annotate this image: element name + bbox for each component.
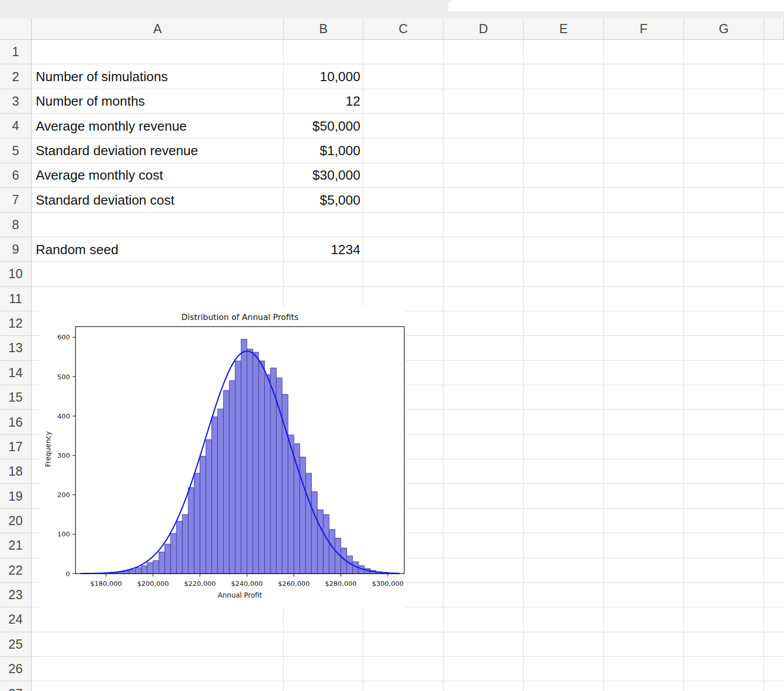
x-tick-label: $300,000 [372,580,404,587]
cell-B3[interactable]: 12 [284,89,363,114]
y-tick-label: 400 [57,412,70,420]
histogram-bar [235,361,241,574]
row-header-17[interactable]: 17 [0,435,32,459]
cell-B7[interactable]: $5,000 [284,188,363,212]
cell-B9[interactable]: 1234 [284,237,363,262]
x-tick-label: $280,000 [325,580,357,587]
histogram-bar [206,440,212,574]
row-header-16[interactable]: 16 [0,410,32,434]
histogram-bar [135,567,141,574]
histogram-bar [177,521,183,574]
gridline-vertical [603,40,604,691]
histogram-bar [182,514,188,574]
cell-A2[interactable]: Number of simulations [32,64,284,89]
column-header-A[interactable]: A [32,18,284,40]
embedded-chart[interactable]: Distribution of Annual Profits Frequency… [40,306,406,608]
histogram-bar [276,378,282,574]
row-header-23[interactable]: 23 [0,583,32,607]
histogram-bar [200,456,206,574]
top-white-panel [448,0,784,11]
histogram-bar [153,561,159,574]
column-header-partial[interactable] [764,18,784,40]
cell-B5[interactable]: $1,000 [284,138,363,163]
histogram-bar [311,491,317,574]
x-tick-label: $240,000 [231,580,263,587]
row-header-2[interactable]: 2 [0,64,32,89]
histogram-bar [264,375,271,574]
histogram-bar [130,570,135,574]
gridline-horizontal [32,656,784,657]
row-header-5[interactable]: 5 [0,138,32,163]
column-header-C[interactable]: C [363,18,444,40]
row-header-3[interactable]: 3 [0,89,32,114]
y-tick-label: 100 [57,530,70,538]
x-tick-label: $220,000 [184,580,216,587]
histogram-bar [188,488,194,574]
row-header-27[interactable]: 27 [0,681,32,691]
column-header-F[interactable]: F [604,18,684,40]
column-header-D[interactable]: D [444,18,524,40]
histogram-bar [306,473,312,574]
row-header-8[interactable]: 8 [0,213,32,237]
histogram-bar [259,361,265,574]
row-header-21[interactable]: 21 [0,533,32,558]
histogram-bar [165,544,171,574]
row-header-24[interactable]: 24 [0,607,32,632]
y-tick-label: 600 [57,333,70,341]
row-header-14[interactable]: 14 [0,361,32,385]
row-header-26[interactable]: 26 [0,657,32,681]
row-header-19[interactable]: 19 [0,484,32,508]
gridline-vertical [683,40,684,691]
row-header-20[interactable]: 20 [0,509,32,533]
row-header-10[interactable]: 10 [0,262,32,286]
y-tick-label: 500 [57,373,70,381]
histogram-bar [294,443,300,574]
chart-canvas: $180,000$200,000$220,000$240,000$260,000… [40,306,406,608]
column-header-G[interactable]: G [684,18,764,40]
histogram-bar [217,409,224,574]
row-header-15[interactable]: 15 [0,385,32,410]
row-header-12[interactable]: 12 [0,311,32,336]
cell-B4[interactable]: $50,000 [284,114,363,138]
row-header-9[interactable]: 9 [0,237,32,262]
histogram-bar [253,352,259,574]
histogram-bar [194,473,200,574]
row-header-13[interactable]: 13 [0,336,32,360]
row-header-4[interactable]: 4 [0,114,32,138]
cell-A6[interactable]: Average monthly cost [32,163,284,188]
gridline-horizontal [32,286,784,287]
select-all-corner[interactable] [0,18,32,40]
column-header-E[interactable]: E [524,18,604,40]
cell-B6[interactable]: $30,000 [284,163,363,188]
gridline-vertical [443,40,444,691]
row-header-1[interactable]: 1 [0,40,32,64]
histogram-bar [224,390,230,574]
histogram-bar [212,417,218,574]
row-header-18[interactable]: 18 [0,459,32,484]
histogram-bar [147,562,153,574]
gridline-horizontal [32,632,784,632]
cell-A9[interactable]: Random seed [32,237,284,262]
y-tick-label: 300 [57,452,70,459]
column-header-B[interactable]: B [284,18,363,40]
cell-A4[interactable]: Average monthly revenue [32,114,284,138]
gridline-vertical [523,40,524,691]
histogram-bar [288,435,294,574]
cell-A3[interactable]: Number of months [32,89,284,114]
row-header-11[interactable]: 11 [0,287,32,311]
cell-A5[interactable]: Standard deviation revenue [32,138,284,163]
cell-A7[interactable]: Standard deviation cost [32,188,284,212]
cell-B2[interactable]: 10,000 [284,64,363,89]
histogram-bar [317,510,324,574]
histogram-bar [247,349,253,574]
y-tick-label: 200 [57,491,70,499]
y-tick-label: 0 [66,570,70,578]
row-header-7[interactable]: 7 [0,188,32,212]
row-header-25[interactable]: 25 [0,632,32,657]
histogram-bar [323,514,329,574]
gridline-horizontal [32,681,784,681]
row-header-6[interactable]: 6 [0,163,32,188]
x-tick-label: $200,000 [137,580,169,587]
row-header-22[interactable]: 22 [0,558,32,583]
histogram-bar [329,530,335,574]
